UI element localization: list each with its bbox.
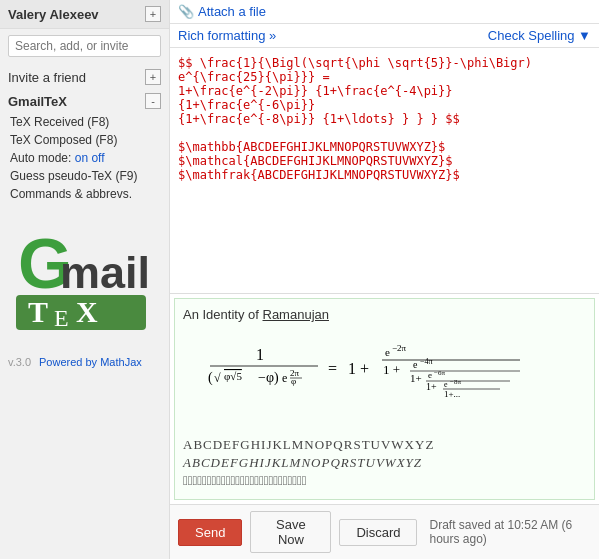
powered-by-link[interactable]: Powered by MathJax (39, 356, 142, 368)
search-input[interactable] (8, 35, 161, 57)
svg-text:−6π: −6π (434, 369, 445, 377)
svg-text:1+: 1+ (410, 372, 422, 384)
draft-status: Draft saved at 10:52 AM (6 hours ago) (429, 518, 591, 546)
invite-icon[interactable]: + (145, 69, 161, 85)
version-label: v.3.0 (8, 356, 31, 368)
gmailex-item-commands[interactable]: Commands & abbrevs. (10, 185, 161, 203)
auto-mode-on[interactable]: on (75, 151, 88, 165)
attach-file-link[interactable]: 📎 Attach a file (178, 4, 266, 19)
discard-button[interactable]: Discard (339, 519, 417, 546)
svg-text:1 +: 1 + (383, 362, 400, 377)
svg-text:T: T (28, 295, 48, 328)
gmailex-label: GmailTeX (8, 94, 67, 109)
math-formula: 1 ( √ φ√5 −φ) e 2π φ = (183, 332, 586, 425)
check-spelling-link[interactable]: Check Spelling ▼ (488, 28, 591, 43)
auto-mode-off[interactable]: off (91, 151, 104, 165)
alpha-calligraphic: ABCDEFGHIJKLMNOPQRSTUVWXYZ (183, 455, 586, 471)
alpha-section: ABCDEFGHIJKLMNOPQRSTUVWXYZ ABCDEFGHIJKLM… (183, 437, 586, 489)
gmailex-item-guess[interactable]: Guess pseudo-TeX (F9) (10, 167, 161, 185)
tex-editor[interactable]: $$ \frac{1}{\Bigl(\sqrt{\phi \sqrt{5}}-\… (170, 48, 599, 294)
svg-text:1 +: 1 + (348, 360, 369, 377)
svg-text:−8π: −8π (450, 378, 461, 386)
rich-formatting-link[interactable]: Rich formatting » (178, 28, 276, 43)
paperclip-icon: 📎 (178, 4, 194, 19)
svg-text:−2π: −2π (392, 343, 407, 353)
preview-title: An Identity of Ramanujan (183, 307, 586, 322)
save-now-button[interactable]: Save Now (250, 511, 331, 553)
svg-text:e: e (413, 359, 418, 370)
svg-text:e: e (444, 380, 448, 389)
svg-text:=: = (328, 360, 337, 377)
gmailex-item-tex-composed[interactable]: TeX Composed (F8) (10, 131, 161, 149)
svg-text:1: 1 (256, 346, 264, 363)
gmailex-collapse-icon[interactable]: - (145, 93, 161, 109)
svg-text:X: X (76, 295, 98, 328)
svg-text:−4π: −4π (420, 357, 433, 366)
svg-text:e: e (385, 346, 390, 358)
svg-text:e: e (282, 371, 287, 385)
svg-text:mail: mail (60, 247, 148, 298)
add-contact-icon[interactable]: + (145, 6, 161, 22)
svg-text:−φ): −φ) (258, 370, 279, 386)
alpha-blackboard: ABCDEFGHIJKLMNOPQRSTUVWXYZ (183, 437, 586, 453)
send-button[interactable]: Send (178, 519, 242, 546)
svg-text:1+: 1+ (426, 381, 437, 392)
invite-label: Invite a friend (8, 70, 86, 85)
svg-text:(: ( (208, 370, 213, 386)
svg-text:φ√5: φ√5 (224, 370, 242, 382)
svg-text:e: e (428, 370, 432, 380)
svg-text:1+...: 1+... (444, 389, 460, 399)
gmailex-item-tex-received[interactable]: TeX Received (F8) (10, 113, 161, 131)
alpha-fraktur: 𝔄𝔅𝔆𝔇𝔈𝔉𝔊𝔋𝔌𝔍𝔎𝔏𝔐𝔑𝔒𝔓𝔔𝔕𝔖𝔗𝔘𝔙𝔚𝔛𝔜𝔝 (183, 473, 586, 489)
svg-text:E: E (54, 305, 69, 331)
gmail-logo: G mail T E X (0, 207, 169, 352)
svg-text:√: √ (214, 371, 221, 385)
user-name: Valery Alexeev (8, 7, 99, 22)
preview-area: An Identity of Ramanujan 1 ( √ φ√5 −φ) (174, 298, 595, 500)
svg-text:φ: φ (291, 376, 296, 386)
gmailex-item-auto-mode: Auto mode: on off (10, 149, 161, 167)
